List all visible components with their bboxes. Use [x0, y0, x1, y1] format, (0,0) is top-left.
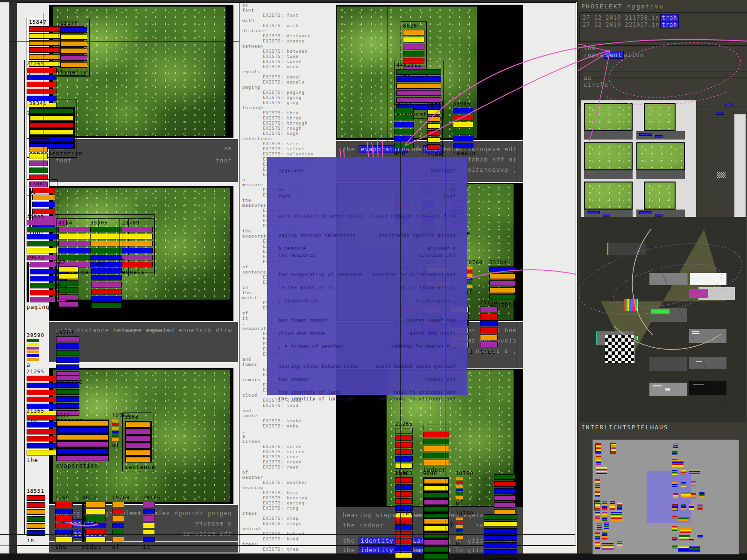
- diagram-card[interactable]: [689, 381, 726, 395]
- exists-line[interactable]: EXISTS: stance: [242, 39, 342, 44]
- exists-line[interactable]: EXISTS: screen: [242, 449, 342, 455]
- exists-line[interactable]: EXISTS: hind: [242, 537, 342, 542]
- exists-line[interactable]: selections: [242, 136, 342, 141]
- exists-line[interactable]: trees: [242, 542, 342, 547]
- chart-card[interactable]: landscape: [484, 511, 517, 560]
- exists-line[interactable]: EXISTS: hear: [242, 490, 342, 496]
- chart-card[interactable]: 10760 of: [456, 511, 463, 546]
- chart-card[interactable]: 21265 the: [395, 511, 413, 560]
- exists-line[interactable]: EXISTS: ween: [242, 64, 342, 70]
- exists-line[interactable]: with: [242, 18, 342, 23]
- exists-line[interactable]: EXISTS: reen: [242, 465, 342, 470]
- exists-line[interactable]: EXISTS: scree: [242, 444, 342, 449]
- exists-line[interactable]: EXISTS: with: [242, 23, 342, 28]
- chart-card[interactable]: 25120 tree: [480, 300, 498, 355]
- chart-card[interactable]: 10760 of: [112, 413, 119, 448]
- exists-line[interactable]: EXISTS: cree: [242, 455, 342, 460]
- exists-line[interactable]: ,: [242, 429, 342, 434]
- chart-card[interactable]: 10760 of: [456, 470, 463, 506]
- exists-line[interactable]: hearing: [242, 485, 342, 490]
- exists-line[interactable]: between: [242, 44, 342, 49]
- exists-line[interactable]: EXISTS: throu: [242, 116, 342, 121]
- exists-line[interactable]: distance: [242, 28, 342, 34]
- chart-card[interactable]: 39590 a: [27, 332, 39, 368]
- chart-card[interactable]: 10760 of: [112, 495, 124, 550]
- exists-line[interactable]: and: [242, 408, 342, 413]
- file-highlight[interactable]: trah: [661, 21, 679, 28]
- minimap[interactable]: [592, 440, 739, 554]
- file-item[interactable]: 27-12-2019-221017.intrah: [583, 21, 747, 28]
- chart-card[interactable]: 9013 midst: [82, 495, 106, 550]
- photo-thumbnail[interactable]: [584, 103, 633, 141]
- exists-line[interactable]: EXISTS: aging: [242, 95, 342, 100]
- exists-line[interactable]: EXISTS: ough: [242, 131, 342, 136]
- rep-highlight[interactable]: sent: [604, 51, 623, 58]
- exists-line[interactable]: EXISTS: tree: [242, 547, 342, 552]
- exists-line[interactable]: paging: [242, 85, 342, 90]
- exists-line[interactable]: EXISTS: step: [242, 516, 342, 521]
- diagram-card[interactable]: [690, 273, 726, 285]
- exists-line[interactable]: EXISTS: selection: [242, 152, 342, 157]
- photo-thumbnail[interactable]: [636, 142, 685, 181]
- diagram-card[interactable]: [649, 357, 687, 371]
- diagram-card[interactable]: [607, 243, 646, 255]
- exists-line[interactable]: EXISTS: sele: [242, 141, 342, 147]
- chart-card[interactable]: 1371 fume: [425, 101, 443, 159]
- exists-line[interactable]: EXISTS: select: [242, 147, 342, 152]
- chart-card[interactable]: 282 through: [55, 259, 78, 315]
- exists-line[interactable]: EXISTS: moke: [242, 424, 342, 429]
- diagram-card[interactable]: [649, 308, 687, 322]
- diagram-card[interactable]: [689, 357, 726, 369]
- chart-card[interactable]: 13176 nygativu: [58, 19, 90, 77]
- exists-line[interactable]: smoke: [242, 413, 342, 419]
- highlighted-word[interactable]: measure: [195, 520, 224, 527]
- exists-line[interactable]: EXISTS: loud: [242, 403, 342, 408]
- exists-line[interactable]: EXISTS: weather: [242, 480, 342, 485]
- chart-card[interactable]: 18551 in: [27, 488, 45, 544]
- exists-line[interactable]: as: [242, 3, 342, 8]
- exists-line[interactable]: screen: [242, 439, 342, 444]
- file-item[interactable]: 27-12-2019-211758.intrah: [583, 14, 747, 21]
- exists-line[interactable]: behind: [242, 526, 342, 532]
- exists-line[interactable]: EXISTS: paging: [242, 90, 342, 95]
- chart-card[interactable]: 46434 and: [394, 101, 414, 156]
- exists-line[interactable]: of: [242, 470, 342, 475]
- overlay-panel[interactable]: nygativuasfontwith distance between equa…: [267, 157, 467, 395]
- exists-line[interactable]: steps: [242, 511, 342, 516]
- diagram-card[interactable]: [649, 273, 688, 285]
- exists-line[interactable]: EXISTS: smoke: [242, 419, 342, 424]
- exists-line[interactable]: EXISTS: ring: [242, 506, 342, 511]
- highlighted-word[interactable]: measure: [186, 530, 215, 537]
- exists-line[interactable]: through: [242, 105, 342, 111]
- exists-line[interactable]: EXISTS: equals: [242, 80, 342, 85]
- exists-line[interactable]: EXISTS: equal: [242, 75, 342, 80]
- photo-thumbnail[interactable]: [584, 182, 633, 220]
- exists-line[interactable]: EXISTS: hearing: [242, 496, 342, 501]
- exists-line[interactable]: EXISTS: font: [242, 13, 342, 18]
- exists-line[interactable]: EXISTS: tween: [242, 59, 342, 64]
- chart-card[interactable]: 23709 equals: [120, 218, 155, 276]
- chart-card[interactable]: 21265 the: [395, 421, 413, 476]
- scene-diagram[interactable]: [579, 217, 746, 422]
- chart-card[interactable]: 3368 sentence: [122, 413, 154, 471]
- photo-thumbnail[interactable]: [636, 182, 685, 220]
- chart-card[interactable]: 33905 remain: [453, 101, 473, 156]
- exists-line[interactable]: weather: [242, 475, 342, 480]
- exists-line[interactable]: font: [242, 8, 342, 13]
- exists-line[interactable]: EXISTS: steps: [242, 521, 342, 526]
- exists-line[interactable]: EXISTS: twee: [242, 54, 342, 59]
- exists-line[interactable]: EXISTS: earing: [242, 501, 342, 506]
- chart-card[interactable]: 3312 evaporation: [56, 413, 109, 469]
- photo-thumbnail[interactable]: [584, 142, 633, 181]
- exists-line[interactable]: EXISTS: rough: [242, 126, 342, 131]
- file-highlight[interactable]: trah: [661, 14, 679, 21]
- exists-line[interactable]: equals: [242, 70, 342, 75]
- exists-line[interactable]: EXISTS: between: [242, 49, 342, 54]
- exists-line[interactable]: a: [242, 434, 342, 439]
- chart-card[interactable]: 1265 the: [55, 495, 73, 550]
- exists-line[interactable]: EXISTS: ging: [242, 100, 342, 105]
- chart-card[interactable]: [494, 470, 515, 516]
- chart-card[interactable]: 21265 the: [27, 408, 56, 463]
- diagram-card[interactable]: [649, 383, 687, 396]
- chart-card[interactable]: 29165 it: [143, 495, 155, 550]
